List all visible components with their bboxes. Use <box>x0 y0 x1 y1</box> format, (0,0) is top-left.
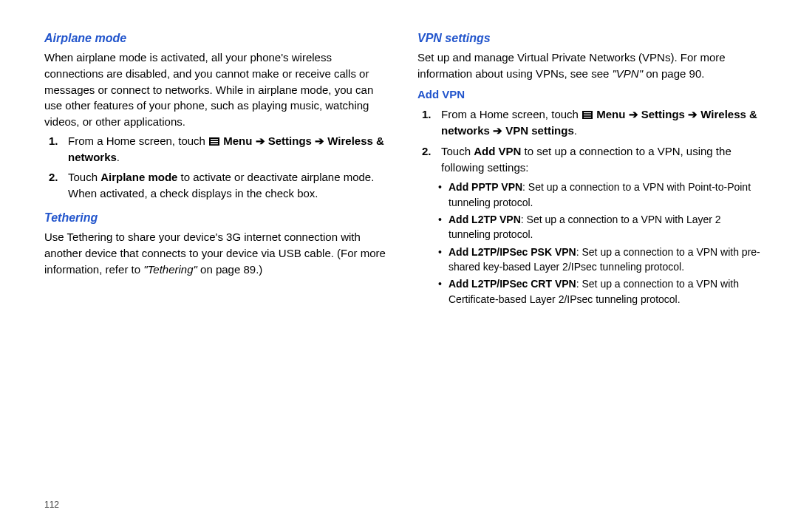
svg-rect-1 <box>211 139 218 140</box>
text: From a Home screen, touch <box>68 134 208 147</box>
vpn-bullets: •Add PPTP VPN: Set up a connection to a … <box>438 180 761 306</box>
list-item: •Add L2TP/IPSec PSK VPN: Set up a connec… <box>438 245 761 275</box>
text-bold: VPN settings <box>505 124 574 137</box>
airplane-step-1: 1. From a Home screen, touch Menu ➔ Sett… <box>44 133 388 166</box>
heading-tethering: Tethering <box>44 209 388 226</box>
vpn-step-1: 1. From a Home screen, touch Menu ➔ Sett… <box>417 106 761 139</box>
bullet-icon: • <box>438 276 449 307</box>
text-bold: Add L2TP/IPSec PSK VPN <box>449 246 576 258</box>
arrow-icon: ➔ <box>312 134 327 147</box>
arrow-icon: ➔ <box>685 108 700 120</box>
arrow-icon: ➔ <box>625 108 641 120</box>
svg-rect-5 <box>584 112 591 113</box>
bullet-text: Add L2TP/IPSec CRT VPN: Set up a connect… <box>449 276 761 307</box>
text-bold: Add VPN <box>474 145 521 157</box>
heading-airplane-mode: Airplane mode <box>44 30 388 47</box>
vpn-steps: 1. From a Home screen, touch Menu ➔ Sett… <box>417 106 761 175</box>
text: Touch <box>68 171 100 183</box>
text-bold: Airplane mode <box>100 171 177 183</box>
step-number: 1. <box>44 133 68 166</box>
list-item: •Add L2TP/IPSec CRT VPN: Set up a connec… <box>438 276 761 307</box>
step-text: Touch Add VPN to set up a connection to … <box>441 143 761 176</box>
text-bold: Add L2TP VPN <box>449 214 521 225</box>
text: Touch <box>441 145 474 157</box>
menu-icon <box>582 111 593 119</box>
step-number: 2. <box>44 169 68 202</box>
list-item: •Add L2TP VPN: Set up a connection to a … <box>438 212 761 242</box>
step-number: 1. <box>417 106 441 139</box>
text: on page 90. <box>643 67 704 80</box>
vpn-paragraph: Set up and manage Virtual Private Networ… <box>417 50 761 82</box>
arrow-icon: ➔ <box>490 124 505 137</box>
text-bold: Add L2TP/IPSec CRT VPN <box>449 278 576 290</box>
menu-icon <box>209 137 219 146</box>
right-column: VPN settings Set up and manage Virtual P… <box>417 30 761 517</box>
bullet-icon: • <box>438 245 449 275</box>
airplane-paragraph: When airplane mode is activated, all you… <box>44 50 388 130</box>
text: From a Home screen, touch <box>441 108 582 120</box>
text-bold: Menu <box>223 134 252 147</box>
heading-vpn-settings: VPN settings <box>417 30 761 47</box>
text: on page 89.) <box>197 263 262 276</box>
bullet-icon: • <box>438 180 449 210</box>
step-number: 2. <box>417 143 441 176</box>
text-bold: Settings <box>268 134 312 147</box>
manual-page: Airplane mode When airplane mode is acti… <box>0 0 798 532</box>
subheading-add-vpn: Add VPN <box>417 86 761 103</box>
svg-rect-7 <box>584 117 591 117</box>
svg-rect-6 <box>584 115 591 115</box>
step-text: From a Home screen, touch Menu ➔ Setting… <box>441 106 761 139</box>
bullet-text: Add L2TP VPN: Set up a connection to a V… <box>449 212 761 242</box>
text-italic: "Tethering" <box>143 263 197 276</box>
svg-rect-2 <box>211 141 218 142</box>
vpn-step-2: 2. Touch Add VPN to set up a connection … <box>417 143 761 176</box>
text-bold: Menu <box>596 108 625 120</box>
bullet-text: Add PPTP VPN: Set up a connection to a V… <box>449 180 761 210</box>
step-text: Touch Airplane mode to activate or deact… <box>68 169 388 202</box>
page-number: 112 <box>44 499 59 510</box>
tethering-paragraph: Use Tethering to share your device's 3G … <box>44 229 388 277</box>
airplane-steps: 1. From a Home screen, touch Menu ➔ Sett… <box>44 133 388 202</box>
text-italic: "VPN" <box>612 67 643 80</box>
text-bold: Settings <box>641 108 685 120</box>
left-column: Airplane mode When airplane mode is acti… <box>44 30 388 517</box>
svg-rect-3 <box>211 143 218 144</box>
text: . <box>117 151 120 163</box>
step-text: From a Home screen, touch Menu ➔ Setting… <box>68 133 388 166</box>
airplane-step-2: 2. Touch Airplane mode to activate or de… <box>44 169 388 202</box>
text: . <box>574 124 577 137</box>
arrow-icon: ➔ <box>252 134 267 147</box>
text-bold: Add PPTP VPN <box>449 181 522 193</box>
list-item: •Add PPTP VPN: Set up a connection to a … <box>438 180 761 210</box>
bullet-icon: • <box>438 212 449 242</box>
bullet-text: Add L2TP/IPSec PSK VPN: Set up a connect… <box>449 245 761 275</box>
